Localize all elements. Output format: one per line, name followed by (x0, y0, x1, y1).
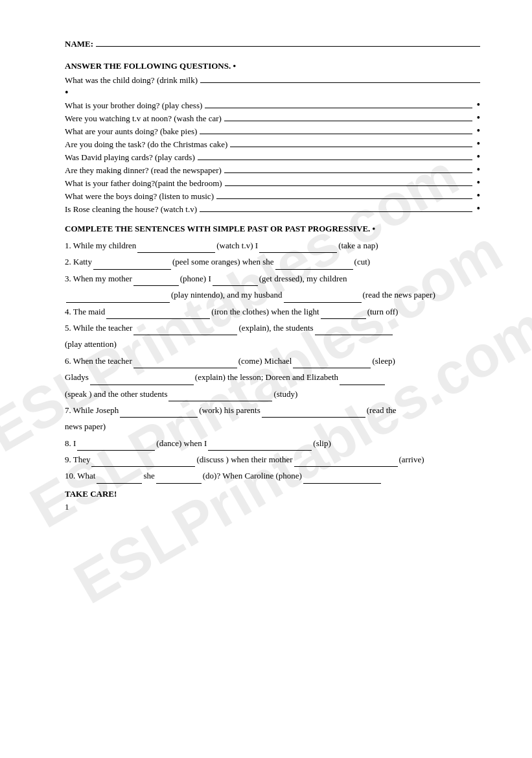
q5-bullet: • (476, 139, 480, 149)
s3-hint2: (get dressed), my children (259, 274, 347, 283)
sentence-7-cont: news paper) (65, 419, 480, 434)
s6-blank3[interactable] (90, 376, 194, 385)
q6-text: Was David playing cards? (play cards) (65, 152, 195, 163)
s7-hint3: news paper) (65, 421, 106, 431)
sentence-5: 5. While the teacher(explain), the stude… (65, 320, 480, 335)
s3-hint4: (read the news paper) (363, 290, 435, 300)
s3-blank4[interactable] (284, 294, 362, 303)
sentence-2: 2. Katty(peel some oranges) when she(cut… (65, 254, 480, 269)
q9-answer-line[interactable] (216, 198, 472, 199)
s9-hint1: (discuss ) when their mother (196, 455, 292, 464)
q5-answer-line[interactable] (230, 147, 472, 147)
s10-num: 10. What (65, 471, 95, 480)
s8-blank1[interactable] (77, 442, 155, 451)
sentence-8: 8. I(dance) when I(slip) (65, 436, 480, 451)
s7-hint2: (read the (367, 405, 397, 415)
q10-text: Is Rose cleaning the house? (watch t.v) (65, 204, 197, 215)
s1-blank2[interactable] (259, 244, 337, 253)
s7-blank1[interactable] (120, 409, 198, 418)
q6-answer-line[interactable] (198, 160, 473, 160)
s2-blank2[interactable] (275, 261, 353, 270)
q8-text: What is your father doing?(paint the bed… (65, 178, 222, 189)
q4-text: What are your aunts doing? (bake pies) (65, 126, 197, 137)
s6-hint1: (come) Michael (238, 356, 292, 366)
s9-hint2: (arrive) (399, 455, 424, 464)
question-line-8: What is your father doing?(paint the bed… (65, 178, 480, 189)
q2-text: What is your brother doing? (play chess) (65, 101, 202, 111)
section2: COMPLETE THE SENTENCES WITH SIMPLE PAST … (65, 224, 480, 484)
q7-text: Are they making dinner? (read the newspa… (65, 165, 222, 176)
question-line-7: Are they making dinner? (read the newspa… (65, 165, 480, 176)
s2-hint1: (peel some oranges) when she (172, 257, 274, 266)
s3-blank3[interactable] (66, 294, 170, 303)
s4-num: 4. The maid (65, 307, 105, 316)
s4-hint2: (turn off) (367, 307, 399, 316)
s4-blank1[interactable] (106, 310, 210, 319)
s3-hint3: (play nintendo), and my husband (171, 290, 283, 300)
question-line-2: What is your brother doing? (play chess)… (65, 100, 480, 111)
s6-blank1[interactable] (133, 359, 237, 368)
s7-blank2[interactable] (262, 409, 365, 418)
q4-bullet: • (476, 126, 480, 136)
s6-hint2: (sleep) (372, 356, 395, 366)
s8-num: 8. I (65, 438, 76, 448)
sentence-3-cont: (play nintendo), and my husband(read the… (65, 287, 480, 302)
q2-bullet: • (476, 100, 480, 110)
s3-blank1[interactable] (133, 277, 179, 286)
s7-num: 7. While Joseph (65, 405, 119, 415)
q3-answer-line[interactable] (224, 121, 473, 121)
s5-hint1: (explain), the students (238, 323, 313, 333)
s10-blank3[interactable] (303, 475, 381, 484)
s9-blank1[interactable] (91, 458, 195, 467)
s2-num: 2. Katty (65, 257, 92, 266)
q8-answer-line[interactable] (225, 185, 473, 186)
q6-bullet: • (476, 152, 480, 162)
q9-text: What were the boys doing? (listen to mus… (65, 191, 214, 202)
sentence-10: 10. Whatshe(do)? When Caroline (phone) (65, 468, 480, 483)
s5-blank1[interactable] (133, 326, 237, 335)
s6-gladys: Gladys (65, 372, 89, 382)
s4-blank2[interactable] (321, 310, 366, 319)
s5-blank2[interactable] (315, 326, 393, 335)
q4-answer-line[interactable] (200, 134, 472, 134)
q5-text: Are you doing the task? (do the Christma… (65, 139, 227, 150)
s1-num: 1. While my children (65, 241, 136, 250)
q9-bullet: • (476, 191, 480, 201)
s1-blank1[interactable] (137, 244, 215, 253)
s4-hint1: (iron the clothes) when the light (211, 307, 319, 316)
q2-answer-line[interactable] (205, 108, 472, 108)
sentence-3: 3. When my mother(phone) I(get dressed),… (65, 271, 480, 286)
s9-num: 9. They (65, 455, 90, 464)
question-line-4: What are your aunts doing? (bake pies) • (65, 126, 480, 137)
section1-header: ANSWER THE FOLLOWING QUESTIONS. • (65, 61, 480, 71)
s3-blank2[interactable] (213, 277, 258, 286)
s6-num: 6. When the teacher (65, 356, 132, 366)
name-underline[interactable] (96, 46, 480, 47)
s10-hint2: (do)? When Caroline (phone) (203, 471, 302, 480)
s3-num: 3. When my mother (65, 274, 132, 283)
section1: ANSWER THE FOLLOWING QUESTIONS. • What w… (65, 61, 480, 215)
section2-header: COMPLETE THE SENTENCES WITH SIMPLE PAST … (65, 224, 480, 234)
sentence-1: 1. While my children(watch t.v) I(take a… (65, 238, 480, 253)
q7-answer-line[interactable] (224, 172, 473, 173)
q8-bullet: • (476, 178, 480, 188)
s10-blank1[interactable] (97, 475, 142, 484)
s6-blank5[interactable] (168, 392, 272, 401)
q10-answer-line[interactable] (200, 211, 472, 212)
s2-blank1[interactable] (93, 261, 171, 270)
s8-blank2[interactable] (208, 442, 312, 451)
q1-answer-line[interactable] (200, 82, 480, 83)
s6-hint4: (speak ) and the other students (65, 389, 167, 399)
sentence-6-cont2: (speak ) and the other students(study) (65, 386, 480, 401)
s10-blank2[interactable] (156, 475, 202, 484)
s3-hint1: (phone) I (180, 274, 211, 283)
s6-blank4[interactable] (340, 376, 385, 385)
s6-blank2[interactable] (293, 359, 371, 368)
bullet-only-line: • (65, 88, 480, 98)
sentence-4: 4. The maid(iron the clothes) when the l… (65, 304, 480, 319)
s9-blank2[interactable] (294, 458, 398, 467)
page-number: 1 (65, 502, 480, 512)
s1-hint1: (watch t.v) I (216, 241, 258, 250)
q1-text: What was the child doing? (drink milk) (65, 75, 198, 86)
s8-hint2: (slip) (313, 438, 330, 448)
